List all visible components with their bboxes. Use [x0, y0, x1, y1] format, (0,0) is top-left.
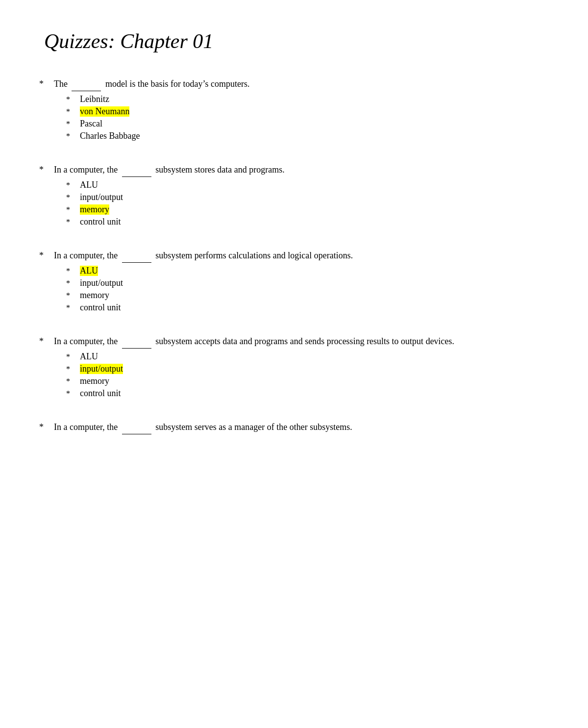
answer-text: memory — [80, 376, 109, 386]
question-4: * In a computer, the subsystem accepts d… — [39, 335, 549, 399]
answer-star: * — [66, 267, 73, 276]
question-1: * The model is the basis for today’s com… — [39, 77, 549, 141]
answer-text: memory — [80, 290, 109, 301]
question-3-answers: * ALU * input/output * memory * control … — [66, 266, 549, 313]
question-3-blank — [122, 249, 151, 263]
question-4-blank — [122, 335, 151, 349]
question-2-star: * — [39, 165, 48, 175]
question-1-star: * — [39, 79, 48, 89]
question-2-text: In a computer, the subsystem stores data… — [54, 163, 285, 177]
answer-star: * — [66, 377, 73, 386]
question-4-text: In a computer, the subsystem accepts dat… — [54, 335, 549, 349]
answer-star: * — [66, 120, 73, 128]
answer-text: input/output — [80, 192, 123, 202]
question-5-text: In a computer, the subsystem serves as a… — [54, 421, 549, 434]
answer-item: * input/output — [66, 192, 549, 202]
question-4-star: * — [39, 336, 48, 347]
answer-star: * — [66, 193, 73, 202]
question-4-answers: * ALU * input/output * memory * control … — [66, 351, 549, 399]
question-5: * In a computer, the subsystem serves as… — [39, 421, 549, 434]
answer-star: * — [66, 205, 73, 214]
question-3: * In a computer, the subsystem performs … — [39, 249, 549, 313]
answer-text: control unit — [80, 388, 121, 399]
answer-item: * input/output — [66, 278, 549, 288]
question-1-blank — [72, 77, 101, 91]
question-2: * In a computer, the subsystem stores da… — [39, 163, 549, 227]
answer-star: * — [66, 352, 73, 361]
question-3-text: In a computer, the subsystem performs ca… — [54, 249, 549, 263]
answer-text: control unit — [80, 302, 121, 313]
question-2-answers: * ALU * input/output * memory * control … — [66, 180, 549, 227]
answer-item: * Pascal — [66, 119, 549, 129]
answer-item: * ALU — [66, 180, 549, 190]
answer-text: ALU — [80, 351, 98, 362]
answer-star: * — [66, 181, 73, 190]
answer-item: * input/output — [66, 364, 549, 374]
answer-item: * control unit — [66, 217, 549, 227]
answer-text: control unit — [80, 217, 121, 227]
answer-item: * memory — [66, 290, 549, 301]
answer-star: * — [66, 291, 73, 300]
answer-text: input/output — [80, 278, 123, 288]
question-5-blank — [122, 421, 151, 434]
answer-text-correct: von Neumann — [80, 106, 129, 117]
question-2-blank — [122, 163, 151, 177]
question-1-answers: * Leibnitz * von Neumann * Pascal * Char… — [66, 94, 549, 141]
answer-text: Leibnitz — [80, 94, 109, 104]
answer-text-correct: memory — [80, 204, 109, 215]
page-title: Quizzes: Chapter 01 — [44, 29, 549, 53]
answer-item: * control unit — [66, 388, 549, 399]
answer-star: * — [66, 132, 73, 141]
answer-item: * von Neumann — [66, 106, 549, 117]
answer-item: * memory — [66, 204, 549, 215]
answer-item: * control unit — [66, 302, 549, 313]
answer-star: * — [66, 365, 73, 374]
quiz-content: * The model is the basis for today’s com… — [39, 77, 549, 434]
answer-star: * — [66, 95, 73, 104]
answer-text-correct: ALU — [80, 266, 98, 276]
answer-text: ALU — [80, 180, 98, 190]
question-3-star: * — [39, 251, 48, 261]
answer-star: * — [66, 218, 73, 226]
answer-text: Pascal — [80, 119, 102, 129]
answer-text-correct: input/output — [80, 364, 123, 374]
question-1-text: The model is the basis for today’s compu… — [54, 77, 249, 91]
answer-item: * Charles Babbage — [66, 131, 549, 141]
answer-item: * ALU — [66, 351, 549, 362]
answer-star: * — [66, 107, 73, 116]
answer-text: Charles Babbage — [80, 131, 140, 141]
answer-star: * — [66, 303, 73, 312]
answer-item: * ALU — [66, 266, 549, 276]
answer-star: * — [66, 279, 73, 288]
answer-item: * memory — [66, 376, 549, 386]
answer-item: * Leibnitz — [66, 94, 549, 104]
answer-star: * — [66, 389, 73, 398]
question-5-star: * — [39, 422, 48, 432]
